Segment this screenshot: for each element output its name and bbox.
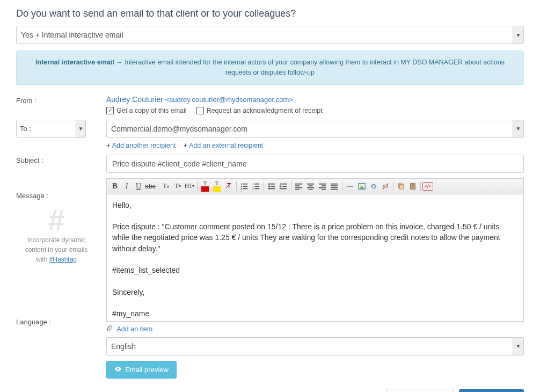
svg-rect-7 — [254, 183, 259, 184]
add-another-recipient-link[interactable]: +Add another recipient — [106, 141, 176, 149]
plus-icon: + — [106, 141, 111, 149]
link-icon[interactable] — [368, 180, 380, 192]
callout-text: Interactive email intended for the inter… — [125, 59, 505, 76]
svg-marker-39 — [360, 186, 364, 188]
add-attachment-link[interactable]: Add an item — [116, 325, 152, 333]
svg-rect-9 — [254, 186, 259, 187]
copy-checkbox-label: Get a copy of this email — [116, 107, 187, 114]
hashtag-hint-line2: content in your emails — [16, 245, 97, 255]
svg-rect-34 — [331, 187, 338, 188]
svg-rect-18 — [282, 186, 287, 187]
svg-rect-30 — [319, 187, 326, 188]
svg-rect-36 — [347, 186, 353, 187]
add-external-recipient-link[interactable]: +Add an external recipient — [183, 141, 263, 149]
align-right-icon[interactable] — [317, 180, 329, 192]
add-external-recipient-label: Add an external recipient — [189, 142, 263, 149]
acknowledgment-checkbox[interactable]: Request an acknowledgment of receipt — [196, 107, 323, 114]
align-center-icon[interactable] — [305, 180, 317, 192]
language-selected-value: English — [111, 342, 136, 351]
from-label: From : — [16, 92, 106, 117]
email-type-select-wrap[interactable]: Yes + Internal interactive email ▼ — [16, 26, 524, 44]
svg-point-38 — [360, 184, 361, 186]
copy-checkbox[interactable]: ✓ Get a copy of this email — [106, 107, 187, 114]
editor-toolbar: B I U abc T▴ T▾ H1▾ T T T̸ 123 — [106, 178, 524, 194]
email-preview-label: Email preview — [125, 366, 169, 374]
outdent-icon[interactable] — [266, 180, 278, 192]
plus-icon: + — [183, 141, 187, 149]
svg-rect-22 — [295, 187, 302, 188]
source-icon[interactable]: </> — [422, 182, 433, 191]
bold-icon[interactable]: B — [109, 180, 121, 192]
svg-rect-5 — [243, 188, 247, 189]
underline-icon[interactable]: U — [133, 180, 144, 192]
svg-rect-35 — [331, 189, 338, 190]
hr-icon[interactable] — [344, 180, 356, 192]
svg-rect-33 — [331, 185, 338, 186]
eye-icon — [114, 365, 122, 374]
svg-point-0 — [241, 183, 242, 184]
svg-rect-24 — [307, 183, 314, 184]
recipient-type-select[interactable]: To : ▼ — [16, 120, 86, 138]
checkbox-checked-icon: ✓ — [106, 107, 114, 114]
svg-point-4 — [241, 188, 242, 189]
hashtag-link[interactable]: #Hashtag — [49, 256, 77, 263]
indent-icon[interactable] — [278, 180, 289, 192]
recipient-select[interactable]: Commercial.demo@mydsomanager.com ▼ — [106, 120, 524, 138]
image-icon[interactable] — [356, 180, 368, 192]
unordered-list-icon[interactable] — [238, 180, 250, 192]
subject-input[interactable] — [106, 155, 524, 173]
strike-icon[interactable]: abc — [144, 180, 156, 192]
copy-icon[interactable] — [395, 180, 407, 192]
highlight-icon[interactable]: T — [211, 180, 223, 192]
callout-strong: Internal interactive email — [35, 59, 114, 66]
svg-rect-14 — [271, 186, 275, 187]
ordered-list-icon[interactable]: 123 — [250, 180, 262, 192]
align-left-icon[interactable] — [293, 180, 305, 192]
svg-rect-15 — [268, 188, 275, 189]
sender-email[interactable]: <audrey.couturier@mydsomanager.com> — [165, 96, 293, 104]
svg-point-2 — [241, 185, 242, 186]
svg-rect-20 — [295, 183, 302, 184]
previous-button[interactable]: ◀Previous — [386, 389, 454, 393]
svg-rect-11 — [254, 188, 259, 189]
recipient-value: Commercial.demo@mydsomanager.com — [111, 125, 247, 133]
svg-rect-23 — [295, 189, 300, 190]
email-preview-button[interactable]: Email preview — [106, 361, 177, 379]
checkbox-unchecked-icon — [196, 107, 204, 114]
internal-email-info-callout: Internal interactive email → Interactive… — [16, 50, 524, 85]
add-another-recipient-label: Add another recipient — [112, 142, 176, 149]
message-editor[interactable] — [107, 194, 523, 320]
next-button[interactable]: Next▶ — [459, 389, 524, 393]
acknowledgment-checkbox-label: Request an acknowledgment of receipt — [207, 107, 323, 114]
language-select[interactable]: English ▼ — [106, 337, 524, 355]
italic-icon[interactable]: I — [121, 180, 133, 192]
hashtag-hint-line1: Incorporate dynamic — [16, 235, 97, 245]
paste-icon[interactable] — [407, 180, 419, 192]
language-label: Language : — [16, 318, 106, 326]
unlink-icon[interactable] — [380, 180, 391, 192]
heading-icon[interactable]: H1▾ — [184, 180, 195, 192]
svg-rect-26 — [307, 187, 314, 188]
svg-rect-44 — [411, 183, 414, 184]
svg-rect-32 — [331, 183, 338, 184]
subject-label: Subject : — [16, 152, 106, 176]
align-justify-icon[interactable] — [329, 180, 340, 192]
svg-rect-28 — [319, 183, 326, 184]
message-label: Message : — [16, 192, 106, 200]
svg-marker-17 — [280, 185, 282, 187]
remove-format-icon[interactable]: T̸ — [223, 180, 235, 192]
svg-rect-21 — [295, 185, 300, 186]
sender-name[interactable]: Audrey Couturier — [106, 95, 163, 104]
paperclip-icon — [106, 325, 114, 333]
svg-point-45 — [117, 367, 119, 369]
email-type-select[interactable]: Yes + Internal interactive email — [16, 26, 524, 44]
email-type-selected-value: Yes + Internal interactive email — [21, 31, 123, 39]
svg-rect-16 — [280, 183, 287, 184]
svg-rect-31 — [322, 189, 326, 190]
svg-rect-29 — [322, 185, 326, 186]
font-size-down-icon[interactable]: T▾ — [172, 180, 184, 192]
font-size-up-icon[interactable]: T▴ — [160, 180, 172, 192]
svg-rect-12 — [268, 183, 275, 184]
text-color-icon[interactable]: T — [199, 180, 211, 192]
svg-rect-19 — [280, 188, 287, 189]
